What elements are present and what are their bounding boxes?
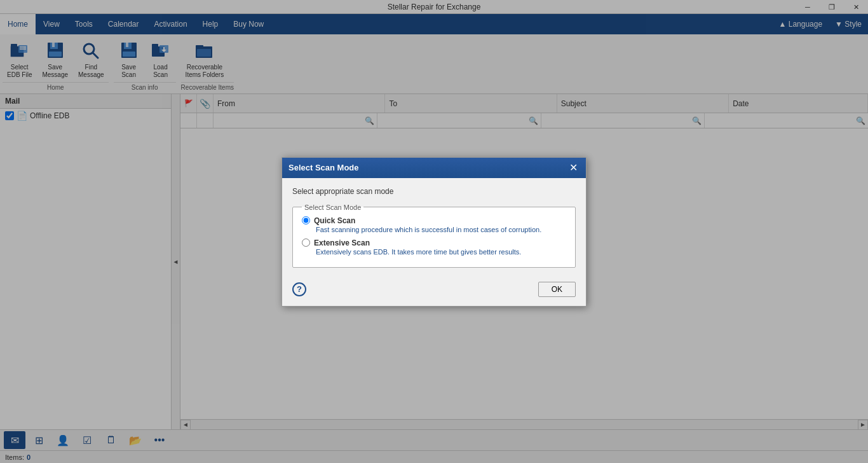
dialog-body: Select appropriate scan mode Select Scan… <box>282 178 586 277</box>
quick-scan-radio[interactable] <box>302 216 310 225</box>
quick-scan-label[interactable]: Quick Scan <box>302 216 566 225</box>
extensive-scan-description: Extensively scans EDB. It takes more tim… <box>316 248 566 256</box>
extensive-scan-radio[interactable] <box>302 238 310 247</box>
dialog-close-button[interactable]: ✕ <box>567 162 580 174</box>
help-label: ? <box>297 284 302 294</box>
modal-overlay: Select Scan Mode ✕ Select appropriate sc… <box>0 0 868 463</box>
quick-scan-option: Quick Scan Fast scanning procedure which… <box>302 216 566 233</box>
extensive-scan-label[interactable]: Extensive Scan <box>302 238 566 247</box>
scan-mode-dialog: Select Scan Mode ✕ Select appropriate sc… <box>281 157 587 307</box>
dialog-footer: ? OK <box>282 277 586 306</box>
dialog-titlebar: Select Scan Mode ✕ <box>282 158 586 178</box>
extensive-scan-option: Extensive Scan Extensively scans EDB. It… <box>302 238 566 256</box>
extensive-scan-title: Extensive Scan <box>314 238 370 247</box>
dialog-instruction: Select appropriate scan mode <box>292 187 576 196</box>
ok-button[interactable]: OK <box>538 282 576 297</box>
quick-scan-description: Fast scanning procedure which is success… <box>316 226 566 233</box>
dialog-title: Select Scan Mode <box>288 163 359 172</box>
help-button[interactable]: ? <box>292 282 306 296</box>
scan-mode-legend: Select Scan Mode <box>302 204 363 211</box>
quick-scan-title: Quick Scan <box>314 216 355 225</box>
scan-mode-fieldset: Select Scan Mode Quick Scan Fast scannin… <box>292 204 576 268</box>
